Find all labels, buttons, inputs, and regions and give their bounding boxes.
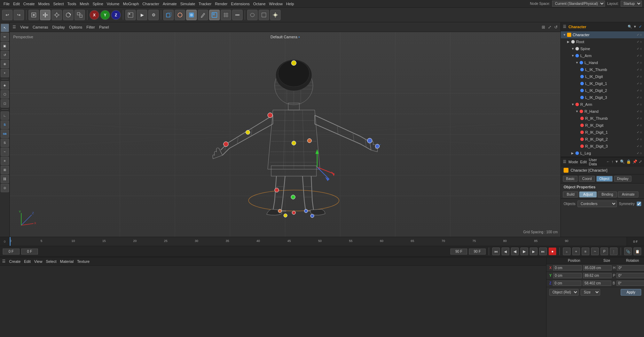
mode-btn[interactable]: Mode <box>568 160 578 164</box>
tree-item-spine[interactable]: ▼ Spine ✓ ○ <box>561 45 644 52</box>
node-space-select[interactable]: Current (Standard/Physical) <box>552 1 605 7</box>
tree-item-lleg[interactable]: ▶ L_Leg ✓ ○ <box>561 150 644 157</box>
transport-record[interactable]: ● <box>549 248 556 255</box>
tab-object[interactable]: Object <box>596 176 613 182</box>
bottom-view-btn[interactable]: View <box>34 259 42 264</box>
transport-prev[interactable]: ◀ <box>511 248 519 255</box>
tree-item-rdigit2[interactable]: R_IK_Digit_2 ✓ ○ <box>561 136 644 143</box>
viewport-options-menu[interactable]: Options <box>69 25 82 29</box>
tree-item-ldigit2[interactable]: L_IK_Digit_2 ✓ ○ <box>561 87 644 94</box>
viewport-shading-btn[interactable] <box>186 10 197 20</box>
sidebar-grid-btn[interactable]: ⊞ <box>1 166 9 174</box>
transport-next[interactable]: ▶ <box>530 248 537 255</box>
tree-search-icon[interactable]: 🔍 <box>628 25 632 29</box>
toolbar-menu-icon[interactable]: ☰ <box>13 25 16 29</box>
panel-menu-icon[interactable]: ☰ <box>563 24 566 29</box>
transport-play[interactable]: ▶ <box>520 248 528 255</box>
tree-item-rdigit1[interactable]: R_IK_Digit_1 ✓ ○ <box>561 129 644 136</box>
tree-item-rarm[interactable]: ▼ R_Arm ✓ ○ <box>561 101 644 108</box>
tree-item-lthumb[interactable]: L_IK_Thumb ✓ ○ <box>561 66 644 73</box>
sidebar-knife-btn[interactable]: ∟ <box>1 111 9 120</box>
bottom-select-btn[interactable]: Select <box>46 259 57 264</box>
transport-skip-end[interactable]: ⏭ <box>539 248 547 255</box>
b-rotation-input[interactable] <box>616 281 644 286</box>
viewport-filter-menu[interactable]: Filter <box>86 25 95 29</box>
z-axis-btn[interactable]: Z <box>111 10 121 20</box>
transport-keyframe[interactable]: ⬦ <box>563 248 571 255</box>
tab-coord[interactable]: Coord <box>579 176 595 182</box>
layout-select[interactable]: Startup <box>621 1 642 7</box>
tree-item-ldigit1[interactable]: L_IK_Digit_1 ✓ ○ <box>561 80 644 87</box>
viewport-display-menu[interactable]: Display <box>52 25 65 29</box>
viewport-panel-menu[interactable]: Panel <box>99 25 109 29</box>
bottom-toolbar-icon[interactable]: ☰ <box>2 259 6 264</box>
rect-select-btn[interactable] <box>259 10 269 20</box>
tree-item-ldigit[interactable]: L_IK_Digit ✓ ○ <box>561 73 644 80</box>
move-tool-btn[interactable] <box>40 10 50 20</box>
userdata-btn[interactable]: User Data <box>589 158 604 166</box>
viewport-link-btn[interactable]: ⊞ <box>542 25 545 30</box>
tab-basic[interactable]: Basic <box>563 176 578 182</box>
props-lock-icon[interactable]: 🔒 <box>626 159 631 164</box>
paint-btn[interactable] <box>198 10 208 20</box>
transport-options[interactable]: ≡ <box>582 248 589 255</box>
tree-item-rthumb[interactable]: R_IK_Thumb ✓ ○ <box>561 115 644 122</box>
tree-filter-icon[interactable]: ▼ <box>633 25 637 29</box>
sphere-btn[interactable] <box>175 10 185 20</box>
multi-select-btn[interactable] <box>209 10 220 20</box>
bottom-edit-btn[interactable]: Edit <box>24 259 31 264</box>
tree-check-icon[interactable]: ✓ <box>639 24 642 29</box>
props-expand-icon[interactable]: ⤢ <box>639 159 642 164</box>
sidebar-rotate-btn[interactable]: ↺ <box>1 51 9 59</box>
symmetry-checkbox[interactable] <box>637 202 641 206</box>
y-position-input[interactable] <box>553 273 582 278</box>
viewport-refresh-btn[interactable]: ↺ <box>554 25 558 30</box>
x-position-input[interactable] <box>553 265 582 271</box>
light-btn[interactable] <box>270 10 281 20</box>
menu-edit[interactable]: Edit <box>12 1 21 7</box>
menu-octane[interactable]: Octane <box>252 1 267 7</box>
timeline[interactable]: 0 5 10 15 20 25 30 35 40 45 50 55 60 65 … <box>10 237 627 246</box>
sidebar-s3-btn[interactable]: S <box>1 139 9 147</box>
menu-create[interactable]: Create <box>22 1 36 7</box>
tab-display[interactable]: Display <box>614 176 632 182</box>
props-pin-icon[interactable]: 📌 <box>633 159 637 164</box>
sidebar-s1-btn[interactable]: S <box>1 120 9 129</box>
apply-button[interactable]: Apply <box>621 289 641 296</box>
sidebar-paint-btn[interactable]: ✏ <box>1 33 9 41</box>
menu-file[interactable]: File <box>2 1 11 7</box>
bottom-texture-btn[interactable]: Texture <box>77 259 89 264</box>
sidebar-obj-btn[interactable]: ◈ <box>1 81 9 89</box>
sidebar-s2-btn[interactable]: SB <box>1 130 9 138</box>
menu-mograph[interactable]: MoGraph <box>121 1 140 7</box>
transport-add-key[interactable]: + <box>572 248 580 255</box>
menu-window[interactable]: Window <box>268 1 284 7</box>
menu-modes[interactable]: Modes <box>37 1 51 7</box>
snap-btn[interactable] <box>125 10 136 20</box>
transform-btn[interactable] <box>74 10 85 20</box>
dots-btn[interactable] <box>232 10 243 20</box>
props-search-icon[interactable]: 🔍 <box>620 159 625 164</box>
coord-size-select[interactable]: Size Scale <box>581 289 600 296</box>
menu-tracker[interactable]: Tracker <box>197 1 213 7</box>
tree-item-rdigit[interactable]: R_IK_Digit ✓ ○ <box>561 122 644 129</box>
menu-animate[interactable]: Animate <box>161 1 178 7</box>
y-axis-btn[interactable]: Y <box>100 10 110 20</box>
tree-item-rhand[interactable]: ▼ R_Hand ✓ ○ <box>561 108 644 115</box>
lasso-btn[interactable] <box>247 10 258 20</box>
section-adjust[interactable]: Adjust <box>579 191 597 197</box>
z-position-input[interactable] <box>553 281 581 286</box>
z-size-input[interactable] <box>583 281 611 286</box>
menu-mesh[interactable]: Mesh <box>78 1 91 7</box>
transport-prev-frame[interactable]: ◀ <box>502 248 509 255</box>
section-build[interactable]: Build <box>563 191 578 197</box>
settings-btn[interactable]: ⚙ <box>148 10 159 20</box>
section-binding[interactable]: Binding <box>598 191 617 197</box>
sidebar-plus-btn[interactable]: + <box>1 69 9 77</box>
transport-dots[interactable]: ⋮ <box>610 248 618 255</box>
transport-clip1[interactable]: 📎 <box>624 248 632 255</box>
sidebar-cog-btn[interactable]: ⊙ <box>1 184 9 192</box>
bottom-create-btn[interactable]: Create <box>9 259 21 264</box>
props-filter-icon[interactable]: ▼ <box>615 159 619 164</box>
objects-select[interactable]: Controllers <box>578 201 617 207</box>
